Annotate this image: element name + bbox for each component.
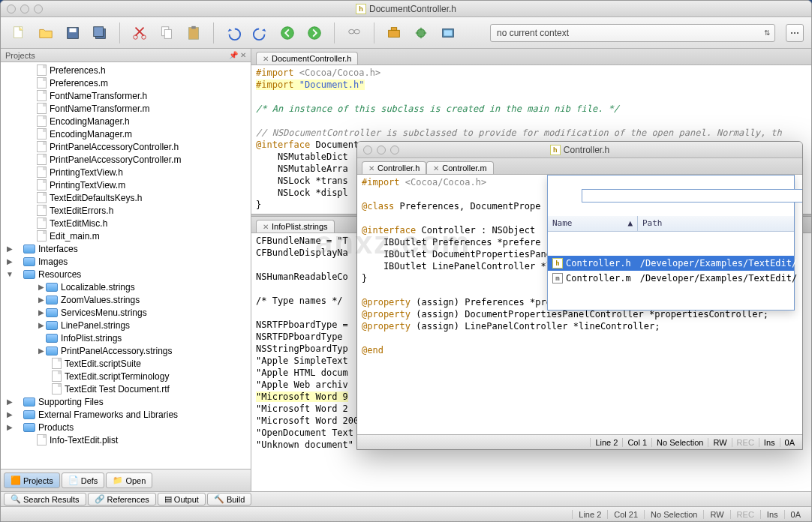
tab-output[interactable]: ▤ Output bbox=[158, 493, 206, 506]
context-options-button[interactable]: ⋯ bbox=[786, 24, 804, 42]
float-titlebar: hController.h bbox=[357, 142, 802, 158]
float-tab-h[interactable]: ✕Controller.h bbox=[362, 161, 426, 174]
header-file-icon: h bbox=[550, 145, 561, 155]
forward-button[interactable] bbox=[304, 22, 325, 44]
tree-item[interactable]: ▶External Frameworks and Libraries bbox=[1, 408, 251, 421]
editor2-tab[interactable]: ✕InfoPlist.strings bbox=[256, 220, 335, 232]
titlebar: h DocumentController.h bbox=[1, 1, 811, 17]
pin-icon[interactable]: 📌 ✕ bbox=[229, 51, 246, 59]
close-icon[interactable]: ✕ bbox=[263, 55, 269, 63]
tab-search-results[interactable]: 🔍 Search Results bbox=[4, 493, 86, 506]
close-icon[interactable]: ✕ bbox=[433, 164, 439, 172]
editor1-tab[interactable]: ✕DocumentController.h bbox=[256, 52, 358, 64]
undo-button[interactable] bbox=[223, 22, 244, 44]
context-selector[interactable]: no current context bbox=[490, 24, 775, 42]
tree-item[interactable]: ▶ServicesMenu.strings bbox=[1, 306, 251, 319]
tree-item[interactable]: TextEditMisc.h bbox=[1, 217, 251, 230]
status-selection: No Selection bbox=[644, 510, 703, 519]
float-editor[interactable]: #import <Cocoa/Cocoa.h> @class Preferenc… bbox=[357, 175, 802, 434]
autocomplete-row[interactable]: mController.m/Developer/Examples/TextEdi… bbox=[548, 271, 794, 286]
tree-item[interactable]: InfoPlist.strings bbox=[1, 332, 251, 344]
tree-item[interactable]: ▶LinePanel.strings bbox=[1, 319, 251, 332]
tree-item[interactable]: Edit_main.m bbox=[1, 230, 251, 242]
tree-item[interactable]: FontNameTransformer.m bbox=[1, 102, 251, 115]
status-oa: 0A bbox=[784, 510, 807, 519]
float-status-line: Line 2 bbox=[590, 438, 622, 447]
tree-item[interactable]: ▶Products bbox=[1, 421, 251, 434]
close-icon[interactable]: ✕ bbox=[263, 223, 269, 231]
float-tab-m[interactable]: ✕Controller.m bbox=[426, 161, 493, 174]
sort-asc-icon[interactable]: ▲ bbox=[627, 218, 633, 230]
float-tabs: ✕Controller.h ✕Controller.m bbox=[357, 158, 802, 175]
tree-item[interactable]: TextEdit.scriptTerminology bbox=[1, 370, 251, 382]
window-title: h DocumentController.h bbox=[1, 4, 811, 14]
save-button[interactable] bbox=[62, 22, 83, 44]
svg-rect-15 bbox=[389, 30, 400, 37]
svg-rect-16 bbox=[391, 27, 396, 30]
new-file-button[interactable] bbox=[8, 22, 29, 44]
float-status-ins: Ins bbox=[759, 438, 780, 447]
tree-item[interactable]: EncodingManager.h bbox=[1, 115, 251, 128]
svg-point-11 bbox=[281, 26, 294, 39]
tree-item[interactable]: ▶Images bbox=[1, 255, 251, 268]
tree-item[interactable]: PrintPanelAccessoryController.m bbox=[1, 153, 251, 166]
window-title-text: DocumentController.h bbox=[369, 4, 456, 14]
ac-col-path[interactable]: Path bbox=[638, 216, 794, 231]
tree-item[interactable]: Preferences.m bbox=[1, 76, 251, 89]
svg-rect-9 bbox=[189, 27, 199, 39]
tree-item[interactable]: TextEditDefaultsKeys.h bbox=[1, 191, 251, 204]
context-label: no current context bbox=[497, 28, 569, 38]
autocomplete-input[interactable] bbox=[582, 189, 802, 202]
tree-item[interactable]: Preferences.h bbox=[1, 64, 251, 76]
project-tree[interactable]: Preferences.hPreferences.mFontNameTransf… bbox=[1, 62, 251, 469]
tree-item[interactable]: FontNameTransformer.h bbox=[1, 89, 251, 102]
ac-col-name[interactable]: Name bbox=[552, 218, 573, 230]
tree-item[interactable]: ▼Resources bbox=[1, 268, 251, 280]
tree-item[interactable]: ▶PrintPanelAccessory.strings bbox=[1, 344, 251, 357]
tree-item[interactable]: ▶Interfaces bbox=[1, 242, 251, 255]
tab-build[interactable]: 🔨 Build bbox=[207, 493, 251, 506]
redo-button[interactable] bbox=[250, 22, 271, 44]
tree-item[interactable]: TextEditErrors.h bbox=[1, 204, 251, 217]
tree-item[interactable]: ▶Supporting Files bbox=[1, 395, 251, 408]
save-all-button[interactable] bbox=[89, 22, 110, 44]
tree-item[interactable]: PrintingTextView.m bbox=[1, 178, 251, 191]
controller-window: hController.h ✕Controller.h ✕Controller.… bbox=[356, 141, 803, 450]
tree-item[interactable]: EncodingManager.m bbox=[1, 128, 251, 140]
find-button[interactable] bbox=[344, 22, 365, 44]
autocomplete-row[interactable]: hController.h/Developer/Examples/TextEdi… bbox=[548, 256, 794, 271]
svg-rect-4 bbox=[94, 26, 104, 36]
close-icon[interactable]: ✕ bbox=[368, 164, 374, 172]
statusbar: Line 2 Col 21 No Selection RW REC Ins 0A bbox=[1, 506, 811, 521]
toolbar: no current context ⋯ bbox=[1, 17, 811, 49]
tree-item[interactable]: TextEdit Test Document.rtf bbox=[1, 382, 251, 395]
svg-rect-10 bbox=[191, 26, 196, 28]
cut-button[interactable] bbox=[129, 22, 150, 44]
status-rec: REC bbox=[730, 510, 760, 519]
tab-references[interactable]: 🔗 References bbox=[88, 493, 156, 506]
back-button[interactable] bbox=[277, 22, 298, 44]
float-status-col: Col 1 bbox=[622, 438, 651, 447]
tab-defs[interactable]: 📄 Defs bbox=[62, 472, 105, 488]
tree-item[interactable]: ▶Localizable.strings bbox=[1, 280, 251, 293]
float-status-sel: No Selection bbox=[651, 438, 708, 447]
svg-point-12 bbox=[308, 26, 321, 39]
projects-header: Projects 📌 ✕ bbox=[1, 49, 251, 62]
tree-item[interactable]: TextEdit.scriptSuite bbox=[1, 357, 251, 370]
tree-item[interactable]: Info-TextEdit.plist bbox=[1, 434, 251, 446]
debug-button[interactable] bbox=[411, 22, 432, 44]
copy-button[interactable] bbox=[156, 22, 177, 44]
run-button[interactable] bbox=[438, 22, 459, 44]
build-button[interactable] bbox=[383, 22, 404, 44]
float-status-rw: RW bbox=[708, 438, 731, 447]
tree-item[interactable]: PrintPanelAccessoryController.h bbox=[1, 140, 251, 153]
status-rw: RW bbox=[703, 510, 729, 519]
tab-open[interactable]: 📁 Open bbox=[106, 472, 152, 488]
status-line: Line 2 bbox=[572, 510, 607, 519]
autocomplete-popup: Name▲ Path hController.h/Developer/Examp… bbox=[547, 175, 795, 310]
tree-item[interactable]: PrintingTextView.h bbox=[1, 166, 251, 178]
tree-item[interactable]: ▶ZoomValues.strings bbox=[1, 293, 251, 306]
open-folder-button[interactable] bbox=[35, 22, 56, 44]
paste-button[interactable] bbox=[183, 22, 204, 44]
tab-projects[interactable]: 🟧 Projects bbox=[4, 472, 60, 488]
